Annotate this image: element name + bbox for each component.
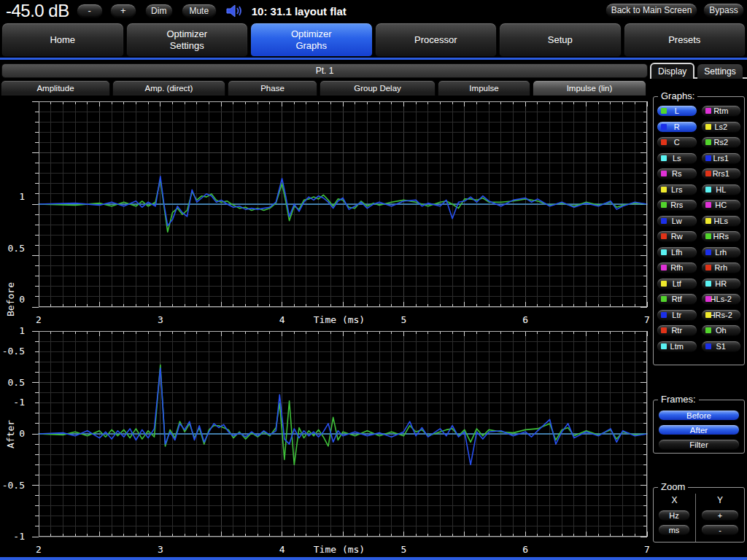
channel-label: Lrs1 <box>713 154 729 163</box>
channel-button-hl[interactable]: HL <box>701 184 742 195</box>
y-tick-label: -1 <box>13 531 25 542</box>
channel-button-hls-2[interactable]: HLs-2 <box>701 293 742 305</box>
tab-home[interactable]: Home <box>1 23 124 57</box>
graph-tab-phase[interactable]: Phase <box>228 80 317 96</box>
tab-settings[interactable]: Settings <box>697 64 742 79</box>
channel-button-rtr[interactable]: Rtr <box>657 324 697 336</box>
zoom-x-hz-button[interactable]: Hz <box>658 510 690 521</box>
channel-color-swatch <box>705 202 711 208</box>
channel-label: Ltm <box>670 342 684 351</box>
tabs-underline <box>0 58 747 60</box>
x-axis-title: Time (ms) <box>314 544 365 555</box>
frame-button-before[interactable]: Before <box>658 410 740 421</box>
x-tick-label: 2 <box>36 314 42 325</box>
channel-button-hc[interactable]: HC <box>701 199 742 211</box>
channel-label: HLs <box>713 217 728 225</box>
channel-button-rw[interactable]: Rw <box>657 230 697 242</box>
tab-display[interactable]: Display <box>650 63 694 79</box>
channel-color-swatch <box>705 108 711 114</box>
after-plot-section: After 10.50-0.5-1 234567Time (ms) <box>0 326 649 557</box>
channel-button-lrs[interactable]: Lrs <box>657 184 697 195</box>
channel-button-rfh[interactable]: Rfh <box>657 262 697 273</box>
graph-tab-impulse-lin[interactable]: Impulse (lin) <box>533 80 646 96</box>
channel-label: Rrs <box>670 201 683 209</box>
channel-button-rtm[interactable]: Rtm <box>701 105 742 117</box>
channel-button-c[interactable]: C <box>657 136 697 148</box>
tab-setup[interactable]: Setup <box>499 23 622 57</box>
channel-button-s1[interactable]: S1 <box>701 341 742 352</box>
channel-label: C <box>674 138 680 147</box>
channel-button-ltr[interactable]: Ltr <box>657 309 697 321</box>
graphs-group: Graphs: LRtmRLs2CRs2LsLrs1RsRrs1LrsHLRrs… <box>653 96 745 365</box>
tab-presets[interactable]: Presets <box>624 23 746 57</box>
channel-button-rs[interactable]: Rs <box>657 168 697 179</box>
measurement-point-bar[interactable]: Pt. 1 <box>1 63 648 78</box>
frames-buttons: BeforeAfterFilter <box>658 410 740 450</box>
dim-button[interactable]: Dim <box>145 4 173 18</box>
zoom-x-ms-button[interactable]: ms <box>658 524 690 535</box>
channel-color-swatch <box>705 187 711 192</box>
channel-button-r[interactable]: R <box>657 121 697 133</box>
preset-title: 10: 31.1 layout flat <box>252 5 347 18</box>
channel-color-swatch <box>705 124 711 130</box>
optimizer-graphs-screen: -45.0 dB - + Dim Mute 10: 31.1 layout fl… <box>0 0 747 560</box>
mute-button[interactable]: Mute <box>182 4 217 18</box>
channel-color-swatch <box>661 187 667 192</box>
tab-optimizer-settings[interactable]: Optimizer Settings <box>126 23 249 57</box>
channel-button-hrs-2[interactable]: HRs-2 <box>701 309 742 321</box>
channel-button-lfh[interactable]: Lfh <box>657 246 697 258</box>
tab-optimizer-graphs[interactable]: Optimizer Graphs <box>250 23 373 57</box>
back-to-main-screen-button[interactable]: Back to Main Screen <box>605 3 697 18</box>
tab-processor[interactable]: Processor <box>375 23 498 57</box>
x-tick-label: 5 <box>400 544 406 555</box>
zoom-y-minus-button[interactable]: - <box>701 524 739 535</box>
channel-button-ls2[interactable]: Ls2 <box>701 121 742 133</box>
channel-button-rtf[interactable]: Rtf <box>657 293 697 305</box>
channel-color-swatch <box>705 281 711 287</box>
before-impulse-plot[interactable] <box>39 101 647 307</box>
channel-button-hls[interactable]: HLs <box>701 215 742 227</box>
y-tick-label: -0.5 <box>2 480 25 491</box>
after-impulse-plot[interactable] <box>39 331 647 537</box>
bypass-button[interactable]: Bypass <box>703 3 744 18</box>
x-tick-label: 7 <box>644 314 650 325</box>
volume-down-button[interactable]: - <box>77 4 103 18</box>
channel-button-ltm[interactable]: Ltm <box>657 341 697 352</box>
volume-up-button[interactable]: + <box>110 4 136 18</box>
channel-button-ls[interactable]: Ls <box>657 152 697 164</box>
bottom-accent-strip <box>0 557 747 560</box>
y-tick-label: 0.5 <box>8 243 25 254</box>
channel-grid: LRtmRLs2CRs2LsLrs1RsRrs1LrsHLRrsHCLwHLsR… <box>657 105 741 352</box>
frame-button-after[interactable]: After <box>658 424 740 435</box>
channel-button-hr[interactable]: HR <box>701 278 742 289</box>
channel-button-rrh[interactable]: Rrh <box>701 262 742 273</box>
channel-button-oh[interactable]: Oh <box>701 324 742 336</box>
frames-group-label: Frames: <box>658 394 699 405</box>
channel-color-swatch <box>661 171 667 176</box>
graph-tab-impulse[interactable]: Impulse <box>438 80 530 96</box>
channel-label: Rw <box>671 232 683 241</box>
channel-button-lrs1[interactable]: Lrs1 <box>701 152 742 164</box>
channel-color-swatch <box>705 327 711 333</box>
channel-color-swatch <box>661 249 667 255</box>
zoom-y-plus-button[interactable]: + <box>701 510 739 521</box>
channel-button-ltf[interactable]: Ltf <box>657 278 697 289</box>
zoom-group: Zoom X Hz ms Y + - <box>653 487 745 542</box>
channel-button-rrs[interactable]: Rrs <box>657 199 697 211</box>
graph-tab-amp-direct[interactable]: Amp. (direct) <box>112 80 225 96</box>
graph-type-tabs: AmplitudeAmp. (direct)PhaseGroup DelayIm… <box>0 80 648 96</box>
channel-button-rs2[interactable]: Rs2 <box>701 136 742 148</box>
frame-button-filter[interactable]: Filter <box>658 439 740 450</box>
channel-label: Rs <box>672 169 681 178</box>
y-tick-label: 0.5 <box>8 377 25 388</box>
channel-button-lrh[interactable]: Lrh <box>701 246 742 258</box>
before-plot-section: Before 10.50-0.5-1 234567Time (ms) <box>0 96 649 326</box>
graph-tab-group-delay[interactable]: Group Delay <box>320 80 436 96</box>
channel-button-hrs[interactable]: HRs <box>701 230 742 242</box>
graph-tab-amplitude[interactable]: Amplitude <box>1 80 110 96</box>
y-tick-label: 1 <box>19 325 25 336</box>
channel-button-lw[interactable]: Lw <box>657 215 697 227</box>
x-tick-label: 3 <box>158 544 163 555</box>
channel-button-l[interactable]: L <box>657 105 697 117</box>
channel-button-rrs1[interactable]: Rrs1 <box>701 168 742 179</box>
